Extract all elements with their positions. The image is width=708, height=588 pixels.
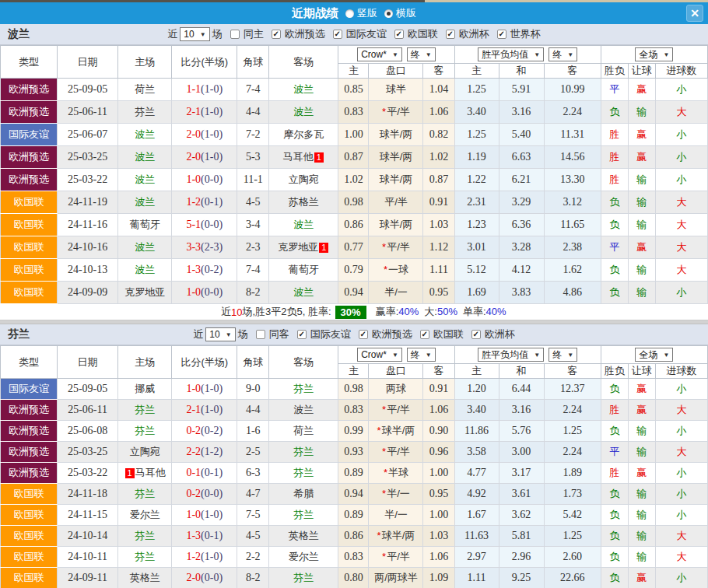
match-score: 3-3(2-3)	[172, 236, 237, 259]
avg-draw: 5.40	[499, 124, 544, 146]
summary-stat: 大:50%	[424, 305, 457, 319]
avg-odds-select[interactable]: 胜平负均值▼	[478, 348, 544, 362]
avg-home: 1.11	[454, 568, 499, 588]
select-value: 终	[411, 48, 420, 61]
avg-draw: 3.17	[499, 463, 544, 484]
filter-checkbox-competition[interactable]: ✓	[471, 330, 481, 339]
filter-checkbox-competition[interactable]: ✓	[497, 30, 506, 39]
away-team: 芬兰	[269, 568, 338, 588]
final-avg-select[interactable]: 终▼	[549, 348, 577, 362]
select-value: 终	[552, 348, 562, 362]
filter-checkbox-competition[interactable]: ✓	[359, 330, 368, 339]
home-team: 波兰	[118, 236, 172, 259]
match-count-select[interactable]: 10▼	[180, 27, 209, 41]
odds-home: 0.98	[338, 379, 369, 400]
select-value: 终	[411, 348, 420, 362]
home-team: 波兰	[118, 146, 172, 169]
away-team: 立陶宛	[269, 169, 338, 191]
competition-type-badge: 欧洲预选	[1, 400, 58, 421]
home-team: 芬兰	[118, 526, 172, 547]
filter-checkbox-same-venue[interactable]	[256, 330, 265, 339]
final-odds-select[interactable]: 终▼	[407, 348, 436, 362]
home-team: 荷兰	[118, 79, 172, 101]
col-header-date: 日期	[58, 346, 118, 379]
chevron-down-icon: ▼	[534, 51, 540, 58]
radio-icon[interactable]	[345, 9, 354, 18]
avg-away: 4.86	[544, 282, 601, 304]
avg-odds-select[interactable]: 胜平负均值▼	[478, 47, 544, 61]
chevron-down-icon: ▼	[426, 51, 432, 58]
col-header-type: 类型	[1, 46, 58, 79]
match-date: 25-09-05	[58, 379, 118, 400]
result-handicap: 输	[628, 421, 655, 442]
corner-count: 5-3	[237, 146, 269, 169]
close-button[interactable]: ✕	[686, 5, 703, 22]
recent-results-panel: 近期战绩 竖版 横版 ✕ 波兰近10▼场同主✓欧洲预选✓国际友谊✓欧国联✓欧洲杯…	[0, 0, 708, 588]
filter-checkbox-competition[interactable]: ✓	[420, 330, 429, 339]
odds-home: 0.83	[338, 547, 369, 568]
match-score: 1-0(0-0)	[172, 282, 237, 304]
final-odds-select[interactable]: 终▼	[407, 47, 436, 61]
avg-home: 2.97	[454, 547, 499, 568]
chevron-down-icon: ▼	[534, 352, 540, 359]
result-win-draw-loss: 负	[601, 101, 628, 124]
scope-select[interactable]: 全场▼	[635, 47, 673, 61]
match-score: 1-3(0-1)	[172, 526, 237, 547]
match-score: 0-2(0-2)	[172, 421, 237, 442]
select-value: Crow*	[361, 349, 387, 360]
odds-source-select[interactable]: Crow*▼	[357, 348, 402, 362]
avg-home: 1.69	[454, 282, 499, 304]
match-row: 欧国联24-09-09克罗地亚1-0(0-0)8-2波兰0.94半/一0.951…	[1, 282, 708, 304]
filter-checkbox-competition[interactable]: ✓	[297, 330, 307, 339]
filter-checkbox-competition[interactable]: ✓	[333, 30, 342, 39]
competition-type-badge: 国际友谊	[1, 379, 58, 400]
result-goals: 大	[655, 400, 707, 421]
col-header-score: 比分(半场)	[172, 46, 237, 79]
match-date: 24-11-19	[58, 191, 118, 214]
home-team: 克罗地亚	[118, 282, 172, 304]
avg-away: 1.89	[544, 463, 601, 484]
filter-label-same-venue: 同主	[244, 27, 264, 41]
filter-checkbox-competition[interactable]: ✓	[446, 30, 455, 39]
sub-col-header: 客	[423, 64, 454, 79]
match-date: 24-10-16	[58, 236, 118, 259]
avg-away: 1.25	[544, 421, 601, 442]
home-team: 芬兰	[118, 421, 172, 442]
corner-count: 7-4	[237, 259, 269, 282]
select-value: 终	[552, 48, 562, 61]
corner-count: 7-2	[237, 124, 269, 146]
filter-checkbox-competition[interactable]: ✓	[272, 30, 281, 39]
layout-option-horizontal[interactable]: 横版	[384, 6, 416, 20]
final-avg-select[interactable]: 终▼	[549, 47, 577, 61]
result-goals: 大	[655, 214, 707, 236]
corner-count: 2-5	[237, 442, 269, 463]
handicap-line: *平/半	[369, 547, 423, 568]
match-score: 1-0(1-0)	[172, 505, 237, 526]
odds-home: 0.80	[338, 568, 369, 588]
odds-home: 0.83	[338, 400, 369, 421]
match-row: 欧国联24-11-19波兰1-2(0-1)4-5苏格兰0.98平/半0.912.…	[1, 191, 708, 214]
sub-col-header: 客	[423, 364, 454, 379]
result-goals: 大	[655, 547, 707, 568]
home-team: 芬兰	[118, 484, 172, 505]
away-team: 波兰	[269, 101, 338, 124]
win-rate-badge: 30%	[335, 306, 366, 319]
filter-checkbox-competition[interactable]: ✓	[394, 30, 404, 39]
home-team: 立陶宛	[118, 442, 172, 463]
summary-text: 场,胜3平2负5, 胜率:	[242, 305, 331, 319]
radio-icon[interactable]	[384, 9, 393, 18]
odds-source-select[interactable]: Crow*▼	[357, 47, 402, 61]
red-card-badge: 1	[319, 243, 328, 253]
scope-select[interactable]: 全场▼	[635, 348, 673, 362]
layout-option-vertical[interactable]: 竖版	[345, 6, 377, 20]
match-date: 25-03-25	[58, 442, 118, 463]
match-date: 25-09-05	[58, 79, 118, 101]
away-team: 克罗地亚1	[269, 236, 338, 259]
filter-checkbox-same-venue[interactable]	[230, 30, 240, 39]
filter-label-competition: 欧洲预选	[372, 327, 412, 341]
match-count-select[interactable]: 10▼	[205, 327, 235, 341]
competition-type-badge: 欧国联	[1, 547, 58, 568]
home-team: 芬兰	[118, 101, 172, 124]
result-goals: 小	[655, 463, 707, 484]
corner-count: 4-5	[237, 191, 269, 214]
